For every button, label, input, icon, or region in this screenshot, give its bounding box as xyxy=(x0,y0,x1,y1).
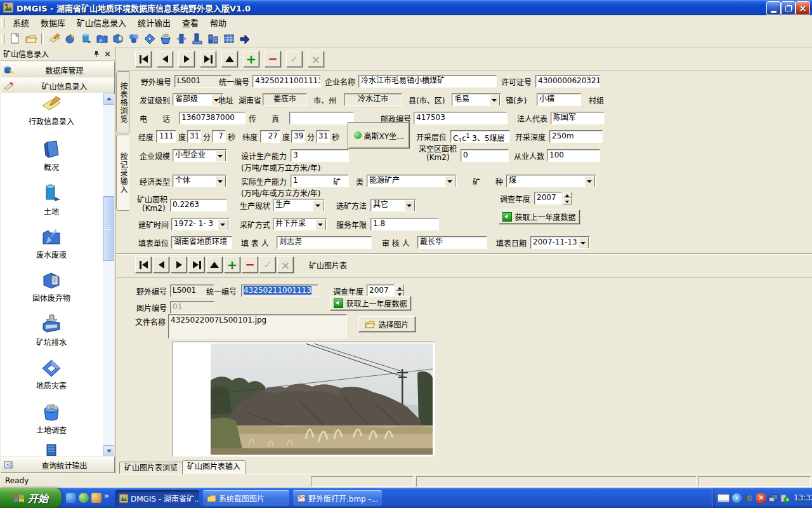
sidebar-item-guti[interactable]: 固体废弃物 xyxy=(1,271,102,304)
pic-up-button[interactable] xyxy=(206,257,223,273)
scroll-thumb[interactable] xyxy=(103,196,114,261)
vtab-table-browse[interactable]: 按表格浏览 xyxy=(116,71,129,133)
minimize-button[interactable] xyxy=(766,1,781,15)
survey-bucket-icon[interactable] xyxy=(158,32,173,46)
scroll-down-icon[interactable] xyxy=(103,445,114,456)
menu-mine-entry[interactable]: 矿山信息录入 xyxy=(71,15,132,30)
vtab-record-entry[interactable]: 按记录输入 xyxy=(116,135,129,211)
pic-prev-button[interactable] xyxy=(153,257,169,273)
dropdown-arrow-icon[interactable] xyxy=(578,237,589,249)
xuankuang-combo[interactable]: 其它 xyxy=(370,199,416,211)
caikuang-combo[interactable]: 井下开采 xyxy=(273,218,327,231)
wastewater-folder-icon[interactable] xyxy=(95,32,109,46)
grid-box-icon[interactable] xyxy=(221,32,236,46)
start-button[interactable]: 开始 xyxy=(0,488,62,508)
rec-delete-button[interactable] xyxy=(265,51,281,67)
spin-down-icon[interactable] xyxy=(563,198,572,204)
dropdown-arrow-icon[interactable] xyxy=(313,200,324,211)
pic-tupian-field[interactable]: 01 xyxy=(170,301,214,314)
clover-icon[interactable] xyxy=(126,32,141,46)
tbdw-field[interactable]: 湖南省地质环境 xyxy=(171,236,232,249)
land-cylinder-icon[interactable] xyxy=(79,32,93,46)
guimo-combo[interactable]: 小型企业 xyxy=(173,149,227,162)
sidebar-item-zaihai[interactable]: 地质灾害 xyxy=(1,358,102,391)
rec-confirm-button[interactable] xyxy=(286,51,303,67)
dcnd-spinner[interactable] xyxy=(563,192,572,204)
xukezheng-field[interactable]: 4300000620321 xyxy=(535,75,600,88)
rec-add-button[interactable] xyxy=(243,51,259,67)
pic-next-button[interactable] xyxy=(171,257,187,273)
sidebar-group-mine-entry[interactable]: 矿山信息录入 xyxy=(1,77,115,94)
tray-language-icon[interactable]: ‹ xyxy=(732,493,742,503)
caikong-field[interactable]: 0 xyxy=(461,149,509,162)
sidebar-scrollbar[interactable] xyxy=(103,93,114,456)
pic-cancel-button[interactable] xyxy=(277,257,294,273)
jiankuang-combo[interactable]: 1972- 1- 3 xyxy=(171,218,230,231)
tel-field[interactable]: 13607387000 xyxy=(179,112,246,124)
mianji-field[interactable]: 0.2263 xyxy=(170,199,227,211)
exit-arrow-icon[interactable] xyxy=(237,32,252,46)
pen-note-icon[interactable] xyxy=(63,32,77,46)
kccw-field[interactable]: C1c1 3、5煤层 xyxy=(450,130,510,143)
tongyi-field[interactable]: 43250211001113 xyxy=(252,75,321,88)
sidebar-group-database[interactable]: 数据库管理 xyxy=(1,62,115,78)
pic-dcnd-spinner[interactable] xyxy=(396,284,404,297)
jingji-combo[interactable]: 个体 xyxy=(173,175,227,187)
fax-field[interactable] xyxy=(289,112,354,124)
weidu-sec-field[interactable]: 31 xyxy=(316,130,330,143)
dropdown-arrow-icon[interactable] xyxy=(489,95,500,106)
menu-help[interactable]: 帮助 xyxy=(204,15,232,30)
shr-field[interactable]: 戴长华 xyxy=(417,236,487,249)
youbian-field[interactable]: 417503 xyxy=(414,112,508,124)
pic-delete-button[interactable] xyxy=(242,257,258,273)
menu-view[interactable]: 查看 xyxy=(176,15,204,30)
city-field[interactable]: 娄底市 xyxy=(263,93,307,106)
tray-update-icon[interactable] xyxy=(780,493,790,503)
pic-add-button[interactable] xyxy=(224,257,240,273)
weidu-deg-field[interactable]: 27 xyxy=(260,130,280,143)
sidebar-item-paishui[interactable]: 矿坑排水 xyxy=(1,314,102,348)
shizhou-field[interactable]: 冷水江市 xyxy=(344,93,402,106)
taskbar-task-folder[interactable]: 系统截图图片 xyxy=(203,490,289,506)
fuwu-field[interactable]: 1.8 xyxy=(370,218,439,231)
new-file-icon[interactable] xyxy=(8,32,22,46)
land-block-icon[interactable] xyxy=(190,32,204,46)
tab-picture-entry[interactable]: 矿山图片表输入 xyxy=(182,460,246,474)
spin-up-icon[interactable] xyxy=(563,192,572,198)
dcnd-field[interactable]: 2007 xyxy=(534,192,562,204)
kuanglei-combo[interactable]: 能源矿产 xyxy=(367,175,457,187)
faren-field[interactable]: 陈国军 xyxy=(551,112,605,124)
tray-volume-icon[interactable] xyxy=(744,493,754,503)
sidebar-item-diaocha[interactable]: 土地调查 xyxy=(1,401,102,436)
sidebar-item-xingzheng[interactable]: 行政信息录入 xyxy=(1,95,102,127)
dropdown-arrow-icon[interactable] xyxy=(584,176,595,187)
close-panel-icon[interactable]: × xyxy=(103,49,112,58)
dropdown-arrow-icon[interactable] xyxy=(315,219,326,231)
rec-first-button[interactable] xyxy=(135,51,152,67)
jingdu-sec-field[interactable]: 7 xyxy=(212,130,226,143)
pic-first-button[interactable] xyxy=(135,257,152,273)
menu-database[interactable]: 数据库 xyxy=(35,15,71,30)
solidwaste-box-icon[interactable] xyxy=(110,32,125,46)
hazard-ring-icon[interactable] xyxy=(142,32,157,46)
pic-confirm-button[interactable] xyxy=(259,257,276,273)
sidebar-item-feishui[interactable]: 废水废液 xyxy=(1,227,102,260)
tray-network-icon[interactable] xyxy=(768,493,778,503)
rec-cancel-button[interactable] xyxy=(308,51,324,67)
tab-picture-browse[interactable]: 矿山图片表浏览 xyxy=(119,462,183,474)
buildings-icon[interactable] xyxy=(206,32,220,46)
dropdown-arrow-icon[interactable] xyxy=(215,176,226,187)
pic-last-button[interactable] xyxy=(188,257,205,273)
dropdown-arrow-icon[interactable] xyxy=(445,176,455,187)
drainage-column-icon[interactable] xyxy=(174,32,188,46)
close-button[interactable]: × xyxy=(796,1,810,15)
weidu-min-field[interactable]: 39 xyxy=(291,130,305,143)
pin-icon[interactable] xyxy=(91,49,101,58)
zhen-field[interactable]: 小横 xyxy=(537,93,581,106)
sign-entry-icon[interactable] xyxy=(47,32,62,46)
fazheng-combo[interactable]: 省部级 xyxy=(173,93,223,106)
get-prev-year-button[interactable]: 获取上一年度数据 xyxy=(499,210,580,224)
xian-combo[interactable]: 毛易 xyxy=(452,93,501,106)
rec-prev-button[interactable] xyxy=(157,51,173,67)
spin-up-icon[interactable] xyxy=(396,284,404,291)
